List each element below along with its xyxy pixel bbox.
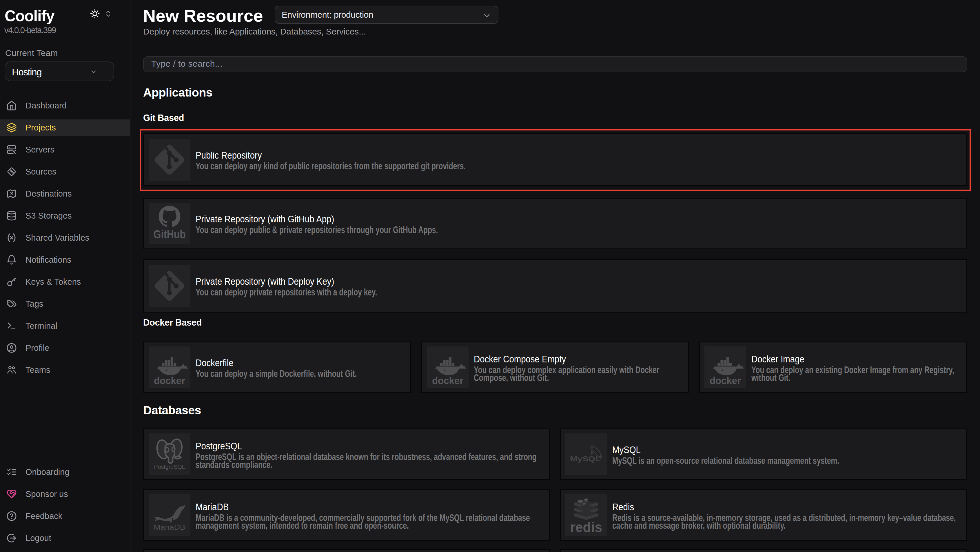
svg-text:MySQL: MySQL (570, 455, 601, 463)
svg-text:redis: redis (570, 520, 602, 535)
svg-text:PostgreSQL: PostgreSQL (154, 463, 185, 470)
svg-text:docker: docker (432, 375, 463, 386)
svg-text:docker: docker (154, 375, 185, 386)
svg-text:MariaDB: MariaDB (154, 523, 185, 531)
svg-text:GitHub: GitHub (154, 228, 186, 241)
svg-text:docker: docker (710, 375, 741, 386)
